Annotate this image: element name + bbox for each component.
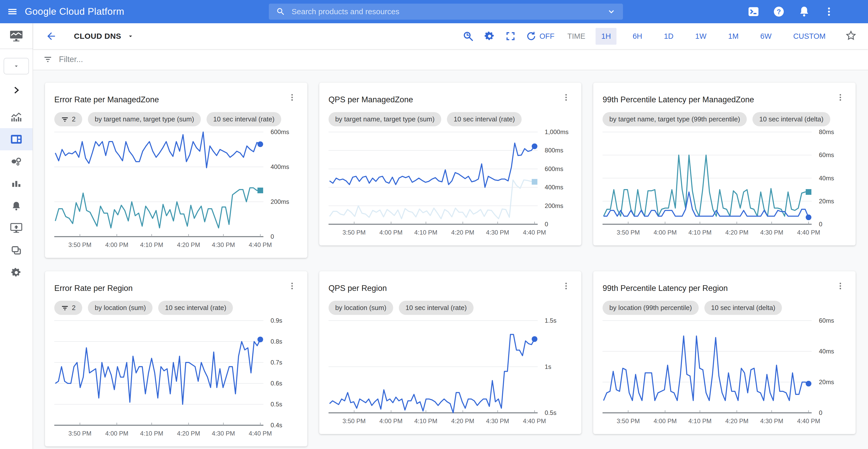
more-vertical-icon[interactable]: [834, 90, 846, 105]
x-tick-label: 4:20 PM: [451, 417, 474, 425]
more-vertical-icon[interactable]: [560, 90, 572, 105]
auto-refresh-state: OFF: [539, 32, 554, 40]
chart-card-latency-region: 99th Percentile Latency per Region by lo…: [593, 271, 856, 434]
x-tick-label: 4:30 PM: [486, 417, 509, 425]
x-tick-label: 3:50 PM: [68, 430, 91, 437]
auto-refresh-toggle[interactable]: OFF: [526, 31, 554, 41]
chevron-down-icon[interactable]: [607, 7, 616, 16]
y-tick-label: 20ms: [819, 198, 834, 205]
dashboard-toolbar: CLOUD DNS OFF TIME: [33, 23, 868, 49]
y-axis-labels: 0.9s0.8s0.7s0.6s0.5s0.4s: [265, 319, 298, 440]
top-header: Google Cloud Platform Search products an…: [0, 0, 868, 23]
expand-panel-icon[interactable]: [0, 79, 33, 101]
more-vertical-icon[interactable]: [834, 279, 846, 294]
project-picker-dropdown[interactable]: [4, 58, 29, 74]
sidebar-item-alerting[interactable]: [0, 195, 33, 217]
chart-chip: by location (sum): [329, 301, 393, 315]
y-axis-labels: 60ms40ms20ms0: [813, 319, 846, 427]
menu-icon[interactable]: [0, 6, 25, 17]
x-tick-label: 4:20 PM: [177, 430, 200, 437]
x-axis-labels: 3:50 PM4:00 PM4:10 PM4:20 PM4:30 PM4:40 …: [329, 225, 539, 239]
dashboard-title[interactable]: CLOUD DNS: [74, 32, 121, 40]
y-tick-label: 0.6s: [271, 380, 282, 387]
sidebar-item-metrics-explorer[interactable]: [0, 106, 33, 128]
chart-card-error-rate-managedzone: Error Rate per ManagedZone 2by target na…: [45, 83, 307, 258]
fullscreen-icon[interactable]: [505, 31, 516, 41]
sidebar-item-settings[interactable]: [0, 261, 33, 284]
sidebar-item-services[interactable]: [0, 150, 33, 172]
search-input[interactable]: Search products and resources: [269, 4, 623, 20]
search-icon: [276, 7, 285, 16]
more-vertical-icon[interactable]: [560, 279, 572, 294]
y-tick-label: 400ms: [545, 184, 563, 191]
more-vertical-icon[interactable]: [286, 90, 298, 105]
gear-icon: [11, 267, 22, 278]
uptime-check-icon: [10, 223, 22, 233]
sidebar-item-dashboards[interactable]: [0, 128, 33, 150]
chart-chip: 2: [54, 112, 82, 126]
y-axis-labels: 1,000ms800ms600ms400ms200ms0: [539, 130, 572, 239]
cloud-shell-icon[interactable]: [748, 6, 760, 18]
chart-plot[interactable]: [602, 130, 813, 225]
back-arrow-icon[interactable]: [45, 31, 57, 42]
bell-icon: [11, 200, 22, 211]
filter-icon: [43, 55, 52, 64]
chart-card-qps-region: QPS per Region by location (sum)10 sec i…: [319, 271, 582, 434]
time-range-1m[interactable]: 1M: [722, 28, 744, 45]
chart-chip: 10 sec interval (rate): [447, 112, 522, 126]
y-tick-label: 200ms: [545, 202, 563, 210]
chart-chip: 10 sec interval (delta): [704, 301, 782, 315]
x-tick-label: 4:00 PM: [105, 241, 128, 249]
app: Google Cloud Platform Search products an…: [0, 0, 868, 449]
x-tick-label: 3:50 PM: [342, 417, 366, 425]
help-icon[interactable]: ?: [773, 6, 785, 18]
y-tick-label: 1,000ms: [545, 128, 568, 136]
settings-gear-icon[interactable]: [484, 31, 495, 41]
chart-plot[interactable]: [602, 319, 813, 414]
x-tick-label: 3:50 PM: [68, 241, 91, 249]
product-logo[interactable]: Google Cloud Platform: [25, 6, 124, 17]
chart-title: QPS per ManagedZone: [329, 90, 413, 104]
chart-plot[interactable]: [54, 130, 265, 238]
chart-card-qps-managedzone: QPS per ManagedZone by target name, targ…: [319, 83, 582, 246]
y-tick-label: 1s: [545, 363, 551, 371]
time-range-custom[interactable]: CUSTOM: [787, 28, 831, 45]
x-tick-label: 3:50 PM: [342, 229, 366, 236]
sidebar-item-uptime-checks[interactable]: [0, 217, 33, 239]
time-range-6w[interactable]: 6W: [754, 28, 777, 45]
time-range-1h[interactable]: 1H: [595, 28, 617, 45]
chart-plot[interactable]: [329, 319, 539, 414]
chart-title: QPS per Region: [329, 279, 387, 293]
time-range-6h[interactable]: 6H: [627, 28, 648, 45]
chart-chip: by target name, target type (99th percen…: [602, 112, 747, 126]
y-tick-label: 0: [819, 221, 822, 228]
x-tick-label: 4:00 PM: [654, 417, 677, 425]
sidebar-item-reports[interactable]: [0, 172, 33, 195]
time-range-1d[interactable]: 1D: [658, 28, 679, 45]
chart-chips: by location (sum)10 sec interval (rate): [329, 301, 572, 315]
x-axis-labels: 3:50 PM4:00 PM4:10 PM4:20 PM4:30 PM4:40 …: [54, 426, 265, 440]
chart-chip: by location (sum): [88, 301, 153, 315]
more-vertical-icon[interactable]: [824, 6, 834, 17]
chart-chips: by target name, target type (99th percen…: [602, 112, 846, 126]
chart-plot[interactable]: [329, 130, 539, 225]
more-vertical-icon[interactable]: [286, 279, 298, 294]
notifications-icon[interactable]: [798, 6, 810, 18]
time-range-1w[interactable]: 1W: [690, 28, 712, 45]
filter-input[interactable]: [59, 55, 858, 64]
y-tick-label: 600ms: [545, 165, 563, 172]
chart-plot[interactable]: [54, 319, 265, 426]
x-tick-label: 4:00 PM: [379, 417, 402, 425]
y-tick-label: 0: [545, 221, 548, 228]
zoom-reset-icon[interactable]: [462, 31, 474, 42]
svg-text:?: ?: [777, 8, 781, 16]
chart-title: Error Rate per ManagedZone: [54, 90, 159, 104]
y-tick-label: 1.5s: [545, 317, 556, 324]
star-icon[interactable]: [845, 30, 857, 42]
y-tick-label: 800ms: [545, 147, 563, 154]
y-tick-label: 400ms: [271, 163, 289, 170]
caret-down-icon[interactable]: [127, 33, 134, 40]
sidebar-item-groups[interactable]: [0, 239, 33, 261]
dashboard-icon: [10, 134, 22, 144]
x-tick-label: 4:30 PM: [760, 417, 783, 425]
